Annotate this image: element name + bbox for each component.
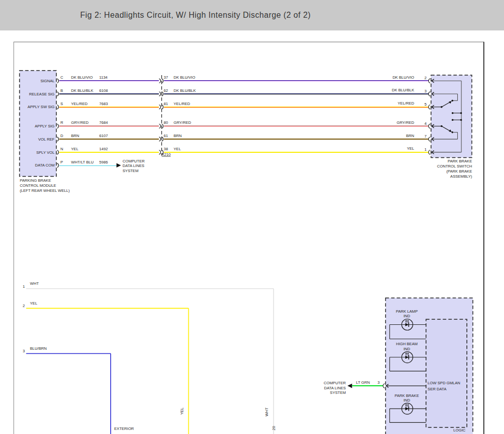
svg-text:2: 2 bbox=[23, 304, 25, 308]
svg-text:80: 80 bbox=[164, 120, 168, 125]
svg-text:1: 1 bbox=[424, 147, 426, 152]
svg-text:B: B bbox=[60, 88, 63, 93]
svg-text:IND: IND bbox=[404, 314, 411, 318]
svg-text:3: 3 bbox=[378, 380, 380, 385]
svg-text:HIGH BEAM: HIGH BEAM bbox=[396, 342, 418, 346]
svg-text:2: 2 bbox=[424, 76, 426, 80]
svg-text:DK BLU/BLK: DK BLU/BLK bbox=[71, 88, 93, 93]
svg-text:YEL/RED: YEL/RED bbox=[71, 102, 88, 106]
svg-text:IND: IND bbox=[404, 398, 411, 403]
svg-text:4: 4 bbox=[424, 121, 426, 126]
svg-text:YEL: YEL bbox=[174, 147, 181, 151]
svg-text:BRN: BRN bbox=[71, 133, 79, 138]
svg-text:SYSTEM: SYSTEM bbox=[123, 169, 139, 173]
svg-text:7: 7 bbox=[424, 134, 426, 139]
svg-text:GRY/RED: GRY/RED bbox=[397, 120, 415, 125]
svg-text:ASSEMBLY): ASSEMBLY) bbox=[450, 174, 472, 179]
svg-text:DK BLU/VIO: DK BLU/VIO bbox=[174, 75, 195, 80]
svg-text:S: S bbox=[60, 102, 63, 106]
svg-text:CONTROL MODULE: CONTROL MODULE bbox=[20, 183, 56, 188]
svg-text:1134: 1134 bbox=[99, 75, 108, 80]
svg-text:SPLY VOL: SPLY VOL bbox=[36, 150, 54, 155]
svg-text:COMPUTER: COMPUTER bbox=[324, 381, 346, 385]
svg-text:DK BLU/VIO: DK BLU/VIO bbox=[392, 75, 414, 80]
svg-text:APPLY SIG: APPLY SIG bbox=[35, 124, 55, 128]
svg-text:BLU/BRN: BLU/BRN bbox=[30, 346, 47, 351]
svg-text:R: R bbox=[60, 120, 63, 125]
svg-text:3: 3 bbox=[23, 349, 25, 353]
svg-text:LOGIC: LOGIC bbox=[453, 428, 465, 432]
svg-text:PARK BRAKE: PARK BRAKE bbox=[448, 159, 472, 163]
svg-text:EXTERIOR: EXTERIOR bbox=[114, 426, 134, 431]
svg-text:DATA LINES: DATA LINES bbox=[123, 163, 145, 168]
svg-text:YEL: YEL bbox=[407, 146, 414, 151]
svg-text:SIGNAL: SIGNAL bbox=[41, 79, 55, 83]
svg-text:20: 20 bbox=[272, 426, 276, 430]
svg-text:7684: 7684 bbox=[99, 120, 108, 125]
svg-text:WHT: WHT bbox=[264, 407, 269, 416]
svg-text:GRY/RED: GRY/RED bbox=[174, 120, 191, 125]
svg-text:7683: 7683 bbox=[99, 102, 108, 106]
svg-text:5986: 5986 bbox=[99, 160, 108, 164]
svg-text:LT GRN: LT GRN bbox=[356, 380, 370, 385]
svg-text:BRN: BRN bbox=[406, 133, 414, 138]
svg-text:GRY/RED: GRY/RED bbox=[71, 120, 89, 125]
svg-text:IND: IND bbox=[404, 347, 411, 351]
svg-text:SYSTEM: SYSTEM bbox=[330, 390, 346, 395]
svg-text:COMPUTER: COMPUTER bbox=[123, 159, 145, 163]
svg-text:(PARK BRAKE: (PARK BRAKE bbox=[447, 169, 473, 174]
svg-text:PARKING BRAKE: PARKING BRAKE bbox=[20, 178, 51, 183]
svg-text:62: 62 bbox=[164, 88, 168, 93]
svg-text:6108: 6108 bbox=[99, 88, 108, 93]
svg-text:5: 5 bbox=[424, 102, 426, 107]
svg-text:BRN: BRN bbox=[174, 133, 182, 138]
svg-text:6107: 6107 bbox=[99, 133, 108, 138]
svg-text:C: C bbox=[60, 75, 63, 80]
svg-text:YEL: YEL bbox=[30, 301, 37, 306]
svg-text:(LEFT REAR WHEEL WELL): (LEFT REAR WHEEL WELL) bbox=[20, 188, 70, 193]
svg-text:X210: X210 bbox=[162, 152, 171, 157]
svg-text:38: 38 bbox=[164, 147, 168, 151]
svg-text:1: 1 bbox=[23, 284, 25, 289]
svg-text:DATA COM: DATA COM bbox=[35, 163, 55, 168]
svg-text:WHT: WHT bbox=[30, 281, 39, 286]
svg-text:D: D bbox=[60, 133, 63, 138]
svg-text:Fig 2: Headlights Circuit, W/: Fig 2: Headlights Circuit, W/ High Inten… bbox=[80, 11, 311, 19]
svg-text:P: P bbox=[60, 160, 63, 164]
svg-text:DK BLU/BLK: DK BLU/BLK bbox=[174, 88, 196, 93]
svg-text:YEL/RED: YEL/RED bbox=[398, 101, 415, 106]
svg-text:DK BLU/VIO: DK BLU/VIO bbox=[71, 75, 93, 80]
svg-text:N: N bbox=[60, 147, 63, 151]
svg-text:VOL REF: VOL REF bbox=[38, 137, 55, 142]
svg-text:LOW SPD GMLAN: LOW SPD GMLAN bbox=[428, 381, 460, 385]
svg-text:81: 81 bbox=[164, 102, 168, 106]
svg-text:YEL/RED: YEL/RED bbox=[174, 102, 190, 106]
svg-text:DK BLU/BLK: DK BLU/BLK bbox=[392, 88, 414, 92]
svg-text:PARK LAMP: PARK LAMP bbox=[396, 309, 418, 314]
svg-text:APPLY SW SIG: APPLY SW SIG bbox=[27, 105, 54, 109]
svg-text:PARK BRAKE: PARK BRAKE bbox=[395, 393, 419, 398]
svg-text:3: 3 bbox=[424, 89, 426, 93]
svg-text:DATA LINES: DATA LINES bbox=[324, 386, 346, 390]
svg-text:YEL: YEL bbox=[180, 408, 184, 415]
svg-text:1492: 1492 bbox=[99, 147, 108, 151]
svg-text:WHT/LT BLU: WHT/LT BLU bbox=[71, 160, 93, 164]
svg-text:37: 37 bbox=[164, 75, 168, 80]
svg-text:61: 61 bbox=[164, 133, 168, 138]
svg-text:RELEASE SIG: RELEASE SIG bbox=[29, 92, 54, 96]
svg-text:CONTROL SWITCH: CONTROL SWITCH bbox=[437, 164, 472, 169]
svg-text:YEL: YEL bbox=[71, 147, 78, 151]
svg-text:SER DATA: SER DATA bbox=[428, 387, 447, 391]
